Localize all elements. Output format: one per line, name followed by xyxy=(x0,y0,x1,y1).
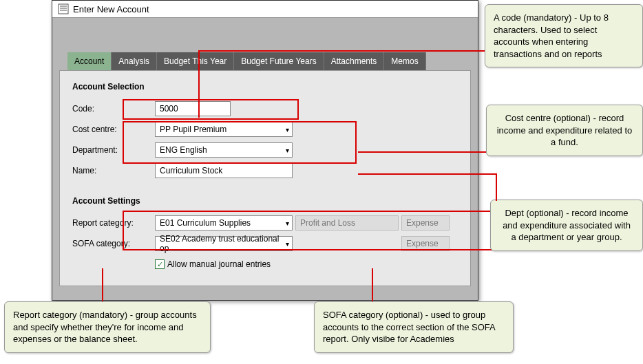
titlebar: Enter New Account xyxy=(52,1,478,18)
chevron-down-icon: ▾ xyxy=(286,220,289,227)
connector-sofa-v xyxy=(372,268,373,301)
form-icon xyxy=(58,3,69,14)
tab-budget-future-years[interactable]: Budget Future Years xyxy=(234,52,324,70)
name-input[interactable] xyxy=(155,163,293,178)
callout-report-category: Report category (mandatory) - group acco… xyxy=(4,301,211,353)
account-panel: Account Selection Code: Cost centre: PP … xyxy=(59,70,471,286)
window-body: Account Analysis Budget This Year Budget… xyxy=(52,18,478,300)
enter-new-account-window: Enter New Account Account Analysis Budge… xyxy=(52,0,478,301)
connector-code-v xyxy=(198,50,200,118)
chevron-down-icon: ▾ xyxy=(286,240,289,248)
chevron-down-icon: ▾ xyxy=(286,126,289,133)
department-select[interactable]: ENG English ▾ xyxy=(155,142,293,158)
label-allow-manual: Allow manual journal entries xyxy=(167,259,271,269)
report-category-select[interactable]: E01 Curriculum Supplies ▾ xyxy=(155,215,293,231)
connector-rc-v xyxy=(102,268,103,301)
tab-budget-this-year[interactable]: Budget This Year xyxy=(157,52,234,70)
label-sofa-category: SOFA category: xyxy=(72,239,155,248)
report-type-readonly: Profit and Loss xyxy=(295,215,399,231)
chevron-down-icon: ▾ xyxy=(286,147,289,154)
label-department: Department: xyxy=(72,145,155,155)
tab-analysis[interactable]: Analysis xyxy=(112,52,157,70)
sofa-category-value: SE02 Academy trust educational op xyxy=(160,234,286,253)
callout-cost-centre: Cost centre (optional) - record income a… xyxy=(486,105,643,156)
section-selection-title: Account Selection xyxy=(72,82,458,92)
report-category-value: E01 Curriculum Supplies xyxy=(160,218,251,228)
sofa-expense-readonly: Expense xyxy=(401,236,450,251)
connector-cc-h xyxy=(358,151,486,153)
label-cost-centre: Cost centre: xyxy=(72,125,155,134)
svg-rect-0 xyxy=(59,4,68,14)
label-name: Name: xyxy=(72,166,155,175)
report-expense-readonly: Expense xyxy=(401,215,450,231)
sofa-category-select[interactable]: SE02 Academy trust educational op ▾ xyxy=(155,236,293,251)
cost-centre-select[interactable]: PP Pupil Premium ▾ xyxy=(155,122,293,137)
callout-sofa-category: SOFA category (optional) - used to group… xyxy=(314,301,514,353)
tab-attachments[interactable]: Attachments xyxy=(324,52,385,70)
label-report-category: Report category: xyxy=(72,218,155,228)
tab-bar: Account Analysis Budget This Year Budget… xyxy=(67,52,471,70)
label-code: Code: xyxy=(72,104,155,114)
code-input[interactable] xyxy=(155,101,231,116)
callout-department: Dept (optional) - record income and expe… xyxy=(490,200,643,251)
connector-code-h xyxy=(198,50,485,52)
allow-manual-checkbox[interactable]: ✓ xyxy=(155,259,165,269)
tab-memos[interactable]: Memos xyxy=(384,52,425,70)
callout-code: A code (mandatory) - Up to 8 characters.… xyxy=(485,4,643,67)
connector-dept-h xyxy=(358,173,496,175)
connector-dept-v xyxy=(496,173,497,201)
window-title: Enter New Account xyxy=(73,4,149,14)
cost-centre-value: PP Pupil Premium xyxy=(160,125,226,134)
section-settings-title: Account Settings xyxy=(72,196,458,206)
tab-account[interactable]: Account xyxy=(67,52,112,70)
department-value: ENG English xyxy=(160,145,207,155)
